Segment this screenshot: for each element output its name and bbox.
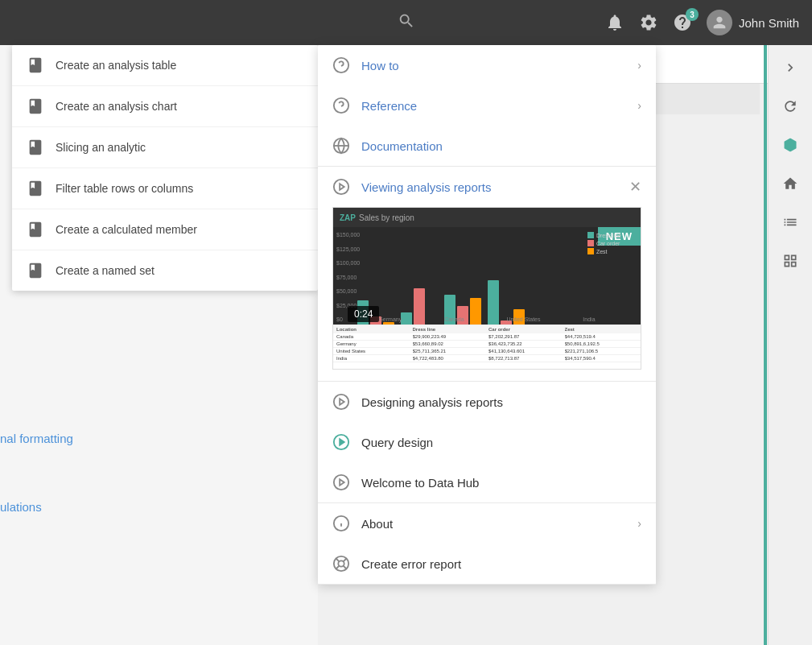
notifications-icon[interactable] — [605, 13, 624, 32]
reference-label: Reference — [361, 99, 626, 113]
section-videos: Designing analysis reports Query design … — [318, 382, 656, 503]
left-menu-label-4: Create a calculated member — [56, 223, 197, 236]
svg-marker-9 — [340, 399, 344, 404]
svg-marker-11 — [340, 439, 344, 444]
svg-line-21 — [344, 559, 347, 562]
left-content: Create an analysis table Create an analy… — [0, 45, 318, 645]
section-video: Viewing analysis reports ✕ ZAP Sales by … — [318, 167, 656, 382]
refresh-button[interactable] — [774, 90, 806, 122]
viewing-analysis-label: Viewing analysis reports — [361, 180, 618, 194]
video-chart: ZAP Sales by region NEW Dress line Car o… — [333, 208, 641, 369]
svg-line-20 — [344, 566, 347, 569]
svg-marker-7 — [340, 184, 344, 189]
about-item[interactable]: About › — [318, 503, 656, 544]
user-name: John Smith — [739, 16, 799, 30]
home-button[interactable] — [774, 167, 806, 200]
documentation-label: Documentation — [361, 139, 641, 153]
table-row-india: India $4,722,483.80 $8,722,713.87 $34,51… — [333, 355, 641, 362]
svg-point-6 — [334, 180, 348, 194]
left-menu-label-2: Slicing an analytic — [56, 141, 146, 154]
reference-chevron: › — [637, 99, 641, 112]
question-icon-reference — [332, 97, 350, 114]
section-docs: How to › Reference › Documentation — [318, 45, 656, 167]
svg-line-22 — [336, 566, 340, 569]
chart-table: Location Dress line Car order Zest Canad… — [333, 325, 641, 369]
chevron-right-button[interactable] — [774, 52, 806, 84]
documentation-item[interactable]: Documentation — [318, 126, 656, 166]
welcome-item[interactable]: Welcome to Data Hub — [318, 462, 656, 502]
left-menu-item-3[interactable]: Filter table rows or columns — [12, 168, 318, 209]
how-to-chevron: › — [637, 59, 641, 72]
help-left-menu: Create an analysis table Create an analy… — [12, 45, 318, 291]
about-chevron: › — [637, 517, 641, 530]
info-icon — [332, 515, 350, 532]
left-menu-label-5: Create a named set — [56, 264, 155, 277]
query-design-item[interactable]: Query design — [318, 422, 656, 462]
svg-point-8 — [334, 395, 348, 409]
left-menu-label-3: Filter table rows or columns — [56, 182, 193, 195]
viewing-analysis-item[interactable]: Viewing analysis reports ✕ — [318, 167, 656, 207]
navbar-icons: 3 John Smith — [605, 10, 799, 35]
video-preview[interactable]: ZAP Sales by region NEW Dress line Car o… — [332, 207, 641, 370]
bg-text-calculations[interactable]: ulations — [0, 500, 42, 514]
navbar-search[interactable] — [398, 12, 415, 33]
welcome-label: Welcome to Data Hub — [361, 476, 641, 490]
user-section[interactable]: John Smith — [707, 10, 799, 35]
table-row-usa: United States $25,711,365.21 $41,130,643… — [333, 348, 641, 355]
left-menu-item-0[interactable]: Create an analysis table — [12, 45, 318, 86]
query-design-label: Query design — [361, 436, 641, 449]
left-menu-item-4[interactable]: Create a calculated member — [12, 209, 318, 250]
left-menu-item-1[interactable]: Create an analysis chart — [12, 86, 318, 127]
lifebuoy-icon — [332, 555, 350, 573]
table-row-germany: Germany $53,660,89.02 $36,423,735.22 $50… — [333, 341, 641, 348]
svg-marker-13 — [340, 479, 344, 485]
close-video-button[interactable]: ✕ — [629, 178, 641, 196]
left-menu-label-1: Create an analysis chart — [56, 100, 177, 113]
how-to-item[interactable]: How to › — [318, 45, 656, 85]
svg-line-19 — [336, 559, 340, 562]
grid-button[interactable] — [774, 245, 806, 277]
designing-label: Designing analysis reports — [361, 395, 641, 409]
play-icon-welcome — [332, 473, 350, 491]
section-about: About › Create error report — [318, 503, 656, 585]
svg-point-12 — [334, 475, 348, 490]
play-icon-designing — [332, 393, 350, 411]
left-menu-item-5[interactable]: Create a named set — [12, 250, 318, 291]
left-menu-label-0: Create an analysis table — [56, 59, 176, 72]
reference-item[interactable]: Reference › — [318, 85, 656, 126]
help-badge: 3 — [686, 8, 699, 21]
play-icon-viewing — [332, 178, 350, 196]
navbar: 3 John Smith — [0, 0, 812, 45]
settings-icon[interactable] — [639, 13, 658, 32]
error-report-item[interactable]: Create error report — [318, 544, 656, 584]
globe-icon — [332, 137, 350, 155]
video-timestamp: 0:24 — [348, 306, 379, 322]
about-label: About — [361, 517, 626, 531]
x-axis-labels: Germany Canada United States India — [357, 316, 616, 322]
right-toolbar — [768, 45, 812, 645]
play-icon-query — [332, 433, 350, 451]
bg-text-formatting[interactable]: nal formatting — [0, 432, 73, 445]
cube-button[interactable] — [774, 129, 806, 161]
teal-accent-bar — [764, 45, 767, 645]
how-to-label: How to — [361, 59, 626, 72]
help-dropdown: How to › Reference › Documentation — [318, 45, 656, 585]
main-area: Create an analysis table Create an analy… — [0, 45, 812, 645]
error-report-label: Create error report — [361, 557, 641, 571]
table-list-button[interactable] — [774, 206, 806, 238]
table-header: Location Dress line Car order Zest — [333, 325, 641, 333]
svg-point-18 — [338, 560, 344, 566]
table-row-canada: Canada $29,900,223.49 $7,202,291.87 $44,… — [333, 333, 641, 341]
left-menu-item-2[interactable]: Slicing an analytic — [12, 127, 318, 168]
avatar — [707, 10, 732, 35]
designing-item[interactable]: Designing analysis reports — [318, 382, 656, 422]
help-icon[interactable]: 3 — [673, 13, 692, 32]
question-icon-howto — [332, 56, 350, 74]
